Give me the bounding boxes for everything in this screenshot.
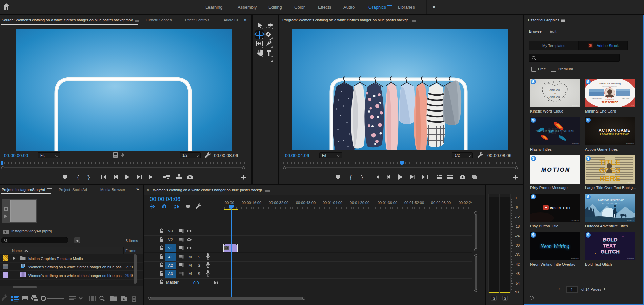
svg-text:S: S [198, 272, 200, 276]
svg-text:V1: V1 [168, 246, 173, 250]
svg-text:-18: -18 [515, 224, 520, 228]
svg-text:A3: A3 [168, 272, 173, 276]
svg-text:Master: Master [166, 280, 179, 285]
svg-text:SUBSCRIBE: SUBSCRIBE [601, 101, 618, 104]
svg-text:V2: V2 [168, 238, 173, 242]
svg-text:M: M [188, 272, 192, 276]
svg-text:your continued support here: your continued support here [602, 86, 617, 87]
svg-text:Previous Video: Previous Video [592, 98, 602, 99]
svg-text:-30: -30 [515, 243, 520, 247]
svg-text:-6: -6 [515, 205, 518, 209]
svg-text:ACTION GAME: ACTION GAME [599, 128, 630, 133]
svg-text:S: S [198, 263, 200, 267]
svg-text:A POWERFUL EXPERIENCE: A POWERFUL EXPERIENCE [600, 133, 629, 135]
svg-text:Neon Writing: Neon Writing [540, 243, 569, 249]
svg-text:John Doe: John Doe [550, 95, 560, 98]
svg-text:{: { [77, 174, 79, 180]
svg-text:dB: dB [515, 290, 519, 294]
svg-text:}: } [87, 175, 90, 181]
svg-text:{: { [350, 174, 351, 180]
svg-text:Outdoor Adventure: Outdoor Adventure [598, 198, 624, 202]
svg-text:A1: A1 [168, 255, 173, 259]
svg-text:-54: -54 [515, 281, 520, 285]
svg-text:M: M [188, 263, 192, 267]
svg-text:S: S [198, 255, 200, 259]
svg-text:TEXT: TEXT [603, 243, 616, 248]
svg-text:INSERT TITLE: INSERT TITLE [550, 206, 571, 210]
svg-text:HERE: HERE [599, 174, 620, 183]
svg-text:-42: -42 [515, 262, 520, 266]
svg-text:YOUR CONTENT AND TITLE HERE: YOUR CONTENT AND TITLE HERE [536, 130, 574, 132]
svg-text:}: } [360, 175, 363, 181]
svg-text:MOTION TEMPLATE: MOTION TEMPLATE [602, 202, 620, 204]
svg-text:-12: -12 [515, 215, 520, 219]
svg-text:-36: -36 [515, 253, 520, 257]
svg-text:0: 0 [515, 196, 517, 200]
svg-text:Jane Doe: Jane Doe [550, 88, 560, 92]
svg-text:BOLD: BOLD [603, 237, 618, 242]
svg-text:-48: -48 [515, 272, 520, 276]
svg-text:&: & [554, 92, 556, 95]
svg-text:-24: -24 [515, 234, 520, 238]
svg-text:0.0: 0.0 [193, 281, 199, 285]
svg-text:A2: A2 [168, 263, 173, 267]
svg-text:MOTION: MOTION [541, 167, 570, 173]
svg-text:Next Video: Next Video [622, 98, 629, 99]
svg-text:Thanks for Watching: Thanks for Watching [599, 82, 621, 85]
svg-text:M: M [188, 255, 192, 259]
svg-text:V3: V3 [168, 229, 173, 233]
svg-text:GLITCH: GLITCH [601, 249, 620, 255]
